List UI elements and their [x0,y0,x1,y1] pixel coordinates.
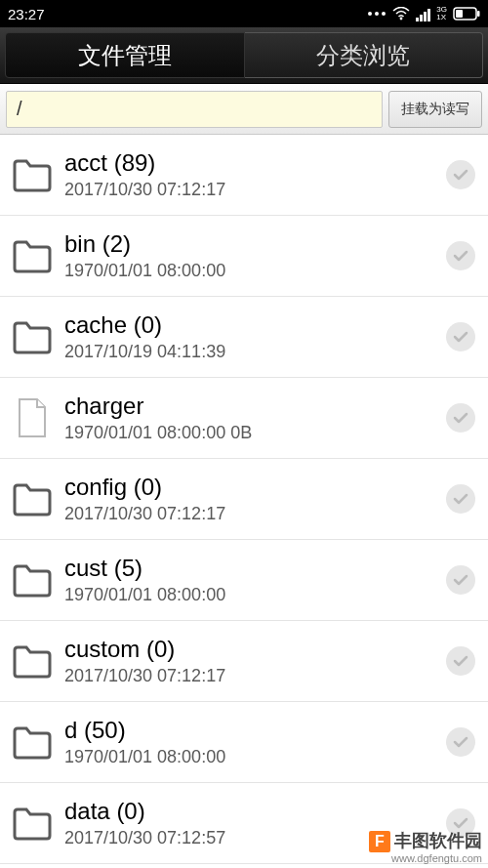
status-bar: 23:27 3G1X [0,0,488,27]
folder-icon [6,319,59,354]
list-item-subtitle: 2017/10/19 04:11:39 [64,340,443,363]
list-item-title: custom (0) [64,635,443,664]
tab-bar: 文件管理 分类浏览 [0,27,488,84]
list-item[interactable]: d (50)1970/01/01 08:00:00 [0,702,488,783]
svg-rect-7 [427,9,430,21]
mount-rw-button[interactable]: 挂载为读写 [388,91,482,128]
list-item-body: bin (2)1970/01/01 08:00:00 [59,229,443,282]
list-item[interactable]: cust (5)1970/01/01 08:00:00 [0,540,488,621]
tab-category-browse[interactable]: 分类浏览 [245,32,484,78]
more-icon [367,11,386,17]
folder-icon [6,643,59,679]
list-item-title: config (0) [64,473,443,502]
check-icon [446,565,475,595]
folder-icon [6,481,59,517]
list-item-subtitle: 1970/01/01 08:00:00 [64,259,443,282]
list-item-title: d (50) [64,716,443,745]
list-item[interactable]: charger1970/01/01 08:00:00 0B [0,378,488,459]
list-item-body: custom (0)2017/10/30 07:12:17 [59,635,443,687]
file-icon [6,397,59,438]
check-icon [446,646,475,676]
list-item[interactable]: acct (89)2017/10/30 07:12:17 [0,135,488,216]
list-item-title: cache (0) [64,310,443,340]
battery-icon [453,7,480,21]
svg-point-1 [375,12,379,16]
list-item-body: cache (0)2017/10/19 04:11:39 [59,310,443,363]
list-item[interactable]: custom (0)2017/10/30 07:12:17 [0,621,488,702]
list-item-body: cust (5)1970/01/01 08:00:00 [59,554,443,606]
status-icons: 3G1X [367,6,480,21]
svg-rect-10 [456,10,463,18]
list-item[interactable]: bin (2)1970/01/01 08:00:00 [0,216,488,297]
select-checkbox[interactable] [443,565,478,595]
select-checkbox[interactable] [443,160,478,189]
check-icon [446,808,475,838]
list-item-title: cust (5) [64,554,443,583]
list-item-subtitle: 1970/01/01 08:00:00 [64,583,443,606]
list-item-subtitle: 1970/01/01 08:00:00 [64,745,443,768]
svg-point-0 [368,12,372,16]
svg-point-3 [400,18,403,21]
list-item-body: d (50)1970/01/01 08:00:00 [59,716,443,768]
select-checkbox[interactable] [443,808,478,838]
list-item-title: acct (89) [64,148,443,178]
list-item-title: bin (2) [64,229,443,259]
list-item-title: data (0) [64,797,443,826]
folder-icon [6,806,59,841]
list-item-body: acct (89)2017/10/30 07:12:17 [59,148,443,201]
select-checkbox[interactable] [443,241,478,270]
svg-rect-5 [420,15,423,21]
svg-point-2 [382,12,386,16]
folder-icon [6,724,59,760]
select-checkbox[interactable] [443,403,478,433]
file-list: acct (89)2017/10/30 07:12:17bin (2)1970/… [0,135,488,864]
folder-icon [6,238,59,273]
list-item-body: config (0)2017/10/30 07:12:17 [59,473,443,525]
path-input[interactable]: / [6,91,383,128]
list-item-subtitle: 2017/10/30 07:12:17 [64,178,443,201]
check-icon [446,322,475,351]
list-item-subtitle: 2017/10/30 07:12:17 [64,502,443,525]
list-item[interactable]: config (0)2017/10/30 07:12:17 [0,459,488,540]
svg-rect-4 [416,18,419,21]
list-item-body: charger1970/01/01 08:00:00 0B [59,392,443,444]
list-item-body: data (0)2017/10/30 07:12:57 [59,797,443,849]
tab-label: 文件管理 [78,40,172,71]
check-icon [446,160,475,189]
folder-icon [6,562,59,598]
select-checkbox[interactable] [443,727,478,757]
check-icon [446,241,475,270]
folder-icon [6,157,59,192]
signal-icon: 3G1X [416,6,447,21]
select-checkbox[interactable] [443,646,478,676]
status-time: 23:27 [8,6,45,22]
wifi-icon [392,7,410,21]
list-item-subtitle: 2017/10/30 07:12:57 [64,826,443,849]
list-item[interactable]: cache (0)2017/10/19 04:11:39 [0,297,488,378]
check-icon [446,403,475,433]
check-icon [446,484,475,514]
path-bar: / 挂载为读写 [0,84,488,135]
check-icon [446,727,475,757]
svg-rect-9 [477,11,480,17]
list-item-subtitle: 1970/01/01 08:00:00 0B [64,421,443,444]
list-item[interactable]: data (0)2017/10/30 07:12:57 [0,783,488,864]
list-item-subtitle: 2017/10/30 07:12:17 [64,664,443,687]
select-checkbox[interactable] [443,484,478,514]
select-checkbox[interactable] [443,322,478,351]
tab-label: 分类浏览 [316,40,410,71]
svg-rect-6 [424,12,427,21]
list-item-title: charger [64,392,443,421]
tab-file-manager[interactable]: 文件管理 [5,32,245,78]
